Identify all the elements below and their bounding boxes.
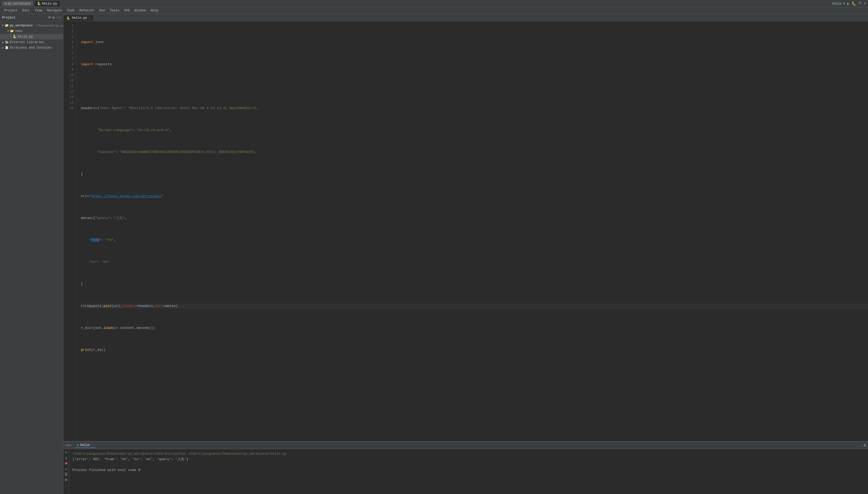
str-query-key: "query" — [95, 216, 110, 220]
code-line-4: headers={"User-Agent": "Mozilla/5.0 (Mac… — [81, 106, 868, 111]
str-cookies-key: "Cookies" — [97, 150, 116, 154]
more-button[interactable]: ≡ — [864, 2, 866, 5]
ln-6: 6 — [63, 51, 76, 56]
line-numbers: 1 2 3 4 5 6 7 8 9 10 11 12 13 14 15 16 — [63, 21, 77, 441]
menu-navigate[interactable]: Navigate — [45, 8, 64, 13]
keyword-import1: import — [81, 40, 93, 44]
str-url-val: "https://fanyi.baidu.com/v2transapi" — [89, 194, 163, 198]
sidebar-item-py-workplace[interactable]: ▼ 📁 py_workplace ~/Downloads/py_workplac… — [0, 23, 63, 28]
code-line-8: url="https://fanyi.baidu.com/v2transapi" — [81, 194, 868, 199]
sidebar-item-label-ext-libs: External Libraries — [10, 40, 44, 44]
python-file-icon: 🐍 — [13, 35, 17, 39]
sidebar-item-label-scratches: Scratches and Consoles — [10, 46, 52, 50]
code-line-11: "to": "en" — [81, 260, 868, 265]
settings-icon[interactable]: ⚙ — [864, 443, 866, 448]
run-prefix: run: — [65, 444, 72, 447]
rerun-icon[interactable]: ↺ — [65, 467, 67, 471]
main-layout: Project ⟳ ⚙ − □ ▼ 📁 py_workplace ~/Downl… — [0, 14, 868, 494]
str-accept-lang-key: "Accept-Language" — [97, 128, 132, 132]
bottom-tab-label: hello — [80, 443, 90, 447]
menu-edit[interactable]: Edit — [20, 8, 32, 13]
menu-window[interactable]: Window — [132, 8, 148, 13]
tab-hello-py-label: hello.py — [42, 2, 57, 5]
terminal-run-path: /Users/yangyanyu/Downloads/py_workplace/… — [72, 451, 865, 457]
terminal-left-buttons: ⬆ ⬇ ■ ↺ ☰ ⊟ — [63, 449, 69, 494]
code-line-14: r_dic=json.loads(r.content.decode()) — [81, 325, 868, 331]
gear-icon[interactable]: ⚙ — [52, 15, 54, 20]
code-line-7: } — [81, 172, 868, 177]
menu-help[interactable]: Help — [149, 8, 160, 13]
editor-tab-label: hello.py — [72, 16, 87, 20]
run-config-label: hello — [832, 2, 842, 5]
arrow-right-icon: ▶ — [2, 41, 4, 44]
ln-4: 4 — [63, 40, 76, 45]
stop-icon[interactable]: ■ — [65, 461, 67, 466]
terminal-empty-line — [72, 462, 865, 468]
str-to-val: "en" — [101, 260, 110, 264]
menu-view[interactable]: View — [33, 8, 44, 13]
scroll-up-icon[interactable]: ⬆ — [65, 450, 67, 455]
code-line-1: import json — [81, 40, 868, 45]
var-requests: requests — [85, 304, 101, 308]
sidebar-item-scratches[interactable]: ▶ 📋 Scratches and Consoles — [0, 45, 63, 51]
code-editor[interactable]: 1 2 3 4 5 6 7 8 9 10 11 12 13 14 15 16 i… — [63, 21, 868, 441]
func-loads: loads — [103, 326, 114, 330]
ln-11: 11 — [63, 78, 76, 84]
fold-icon[interactable]: ⊟ — [65, 478, 67, 482]
filter-icon[interactable]: ☰ — [64, 472, 68, 477]
tab-hello-py[interactable]: 🐍 hello.py — [34, 1, 60, 6]
code-line-3 — [81, 84, 868, 89]
menu-run[interactable]: Run — [97, 8, 107, 13]
ln-15: 15 — [63, 100, 76, 106]
ln-5: 5 — [63, 45, 76, 51]
bottom-panel: run: ▶ hello × ⚙ ⬆ ⬇ ■ ↺ ☰ ⊟ — [63, 441, 868, 494]
terminal-content: /Users/yangyanyu/Downloads/py_workplace/… — [69, 449, 868, 494]
arrow-down-icon: ▼ — [2, 24, 4, 27]
editor-tabs: 🐍 hello.py × — [63, 14, 868, 21]
sidebar-item-hello-py[interactable]: 🐍 hello.py — [0, 34, 63, 39]
tab-py-workplace-label: py_workplace — [8, 2, 31, 5]
sidebar-item-label-venv: venv — [15, 29, 23, 33]
debug-button[interactable]: 🐛 — [852, 1, 856, 6]
func-print: print — [81, 348, 91, 352]
ln-12: 12 — [63, 84, 76, 89]
run-button[interactable]: ▶ — [847, 1, 850, 6]
ext-libs-icon: 📚 — [5, 40, 9, 44]
scratch-icon-prefix: ▶ — [2, 46, 4, 50]
menu-project[interactable]: Project — [2, 8, 20, 13]
venv-folder-icon: 📂 — [10, 29, 14, 33]
str-cookies-val: "BAIDUID=5A0BB77D084EE189E98C35D6A3F03A7… — [120, 150, 254, 154]
ln-16: 16 — [63, 106, 76, 111]
scroll-down-icon[interactable]: ⬇ — [65, 456, 67, 460]
bottom-tab-hello[interactable]: ▶ hello × — [75, 442, 96, 448]
code-line-5: "Accept-Language": "zh-CN,zh;q=0.9", — [81, 128, 868, 133]
tab-py-workplace[interactable]: ⚙ py_workplace — [2, 1, 33, 6]
menu-vcs[interactable]: VCS — [122, 8, 132, 13]
sidebar-header: Project ⟳ ⚙ − □ — [0, 14, 63, 22]
ln-10: 10 — [63, 73, 76, 78]
tab-close-icon[interactable]: × — [89, 17, 90, 20]
title-bar-tabs: ⚙ py_workplace 🐍 hello.py — [2, 1, 60, 6]
editor-column: 🐍 hello.py × 1 2 3 4 5 6 7 8 9 10 11 12 … — [63, 14, 868, 494]
menu-code[interactable]: Code — [65, 8, 77, 13]
menu-refactor[interactable]: Refactor — [77, 8, 97, 13]
coverage-button[interactable]: ⏱ — [858, 2, 862, 5]
func-post: post — [103, 304, 112, 308]
bottom-toolbar: ⚙ — [864, 443, 866, 448]
dropdown-icon[interactable]: ▼ — [844, 2, 845, 5]
str-accept-lang-val: "zh-CN,zh;q=0.9" — [137, 128, 170, 132]
sync-icon[interactable]: ⟳ — [48, 15, 51, 20]
collapse-icon[interactable]: − — [56, 16, 58, 20]
code-content[interactable]: import json import requests headers={"Us… — [77, 21, 868, 441]
code-line-16 — [81, 369, 868, 375]
sidebar-item-venv[interactable]: ▼ 📂 venv — [0, 28, 63, 34]
expand-icon[interactable]: □ — [59, 16, 61, 20]
code-line-13: r=requests.post(url,headers=headers,data… — [81, 304, 868, 309]
keyword-import2: import — [81, 62, 93, 66]
py-workplace-icon: ⚙ — [5, 2, 6, 5]
bottom-tab-close[interactable]: × — [92, 443, 94, 446]
param-headers: headers — [122, 304, 137, 308]
sidebar-item-external-libs[interactable]: ▶ 📚 External Libraries — [0, 39, 63, 45]
editor-tab-hello-py[interactable]: 🐍 hello.py × — [63, 15, 94, 21]
menu-tools[interactable]: Tools — [108, 8, 121, 13]
